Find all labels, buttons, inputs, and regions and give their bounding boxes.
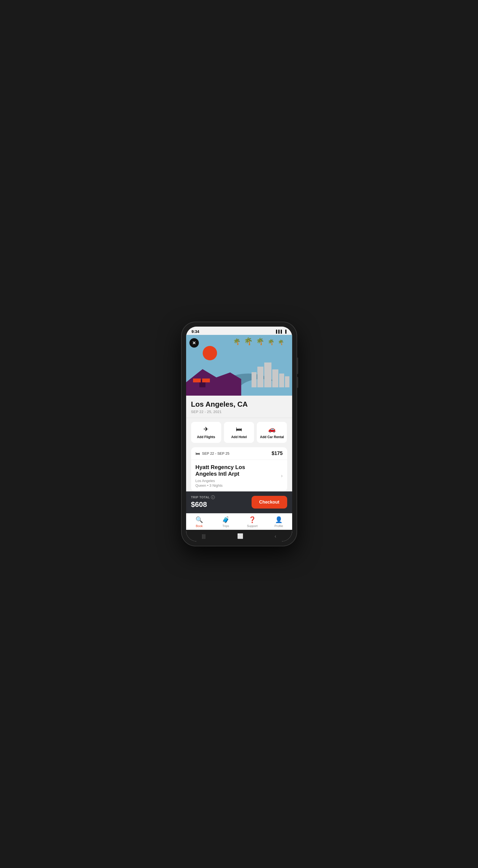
phone-device: 9:34 ▌▌▌ ▐: [181, 322, 297, 546]
nav-home-icon[interactable]: ⬜: [237, 533, 243, 539]
checkout-button[interactable]: Checkout: [251, 496, 287, 508]
close-button[interactable]: ✕: [189, 338, 199, 348]
add-car-label: Add Car Rental: [260, 435, 284, 439]
house-window-right: [202, 378, 210, 382]
tab-book-label: Book: [196, 524, 203, 528]
hotel-details: Hyatt Regency Los Angeles Intl Arpt Los …: [196, 464, 267, 488]
palm-top-4: 🌴: [268, 339, 274, 345]
chevron-right-icon: ›: [281, 473, 283, 479]
hotel-room-type: Queen • 3 Nights: [196, 484, 267, 488]
palm-4: 🌴: [268, 339, 274, 345]
service-buttons: ✈ Add Flights 🛏 Add Hotel 🚗 Add Car Rent…: [191, 422, 287, 443]
close-icon: ✕: [192, 340, 196, 346]
palm-trees: 🌴 🌴 🌴 🌴 🌴: [233, 338, 284, 345]
bottom-bar: TRIP TOTAL i $608 Checkout: [186, 491, 292, 513]
trips-icon: 🧳: [222, 516, 230, 523]
hotel-card-header: 🛏 SEP 22 - SEP 25 $175: [191, 447, 287, 460]
flight-icon: ✈: [204, 426, 208, 433]
volume-button: [297, 358, 298, 374]
building-6: [285, 376, 290, 388]
profile-icon: 👤: [275, 516, 282, 523]
add-flights-button[interactable]: ✈ Add Flights: [191, 422, 221, 443]
tab-support[interactable]: ❓ Support: [239, 516, 266, 528]
status-icons: ▌▌▌ ▐: [276, 330, 286, 334]
tab-trips-label: Trips: [222, 524, 229, 528]
phone-screen: 9:34 ▌▌▌ ▐: [186, 327, 292, 541]
trip-dates: SEP 22 - 25, 2021: [191, 410, 287, 414]
navigation-bar: ||| ⬜ ‹: [186, 530, 292, 541]
main-content: Los Angeles, CA SEP 22 - 25, 2021 ✈ Add …: [186, 396, 292, 491]
tab-bar: 🔍 Book 🧳 Trips ❓ Support 👤 Profile: [186, 513, 292, 530]
hotel-stay-dates: SEP 22 - SEP 25: [202, 452, 230, 456]
building-5: [279, 374, 284, 388]
hero-image: 🌴 🌴 🌴 🌴 🌴 ✕: [186, 335, 292, 396]
hotel-price: $175: [271, 451, 282, 456]
status-bar: 9:34 ▌▌▌ ▐: [186, 327, 292, 335]
trip-total-section: TRIP TOTAL i $608: [191, 495, 215, 509]
tab-book[interactable]: 🔍 Book: [186, 516, 213, 528]
hotel-card[interactable]: 🛏 SEP 22 - SEP 25 $175 Hyatt Regency Los…: [191, 447, 287, 491]
add-hotel-button[interactable]: 🛏 Add Hotel: [224, 422, 254, 443]
signal-icon: ▌▌▌: [276, 330, 283, 334]
hotel-location: Los Angeles: [196, 479, 267, 483]
power-button: [297, 377, 298, 388]
status-time: 9:34: [192, 329, 199, 334]
car-icon: 🚗: [268, 426, 276, 433]
palm-top-5: 🌴: [278, 340, 284, 345]
support-icon: ❓: [248, 516, 256, 523]
trip-total-text: TRIP TOTAL: [191, 496, 210, 499]
add-car-button[interactable]: 🚗 Add Car Rental: [257, 422, 287, 443]
add-flights-label: Add Flights: [197, 435, 215, 439]
building-2: [257, 367, 263, 388]
building-3: [264, 363, 271, 388]
city-buildings: [251, 363, 290, 388]
palm-top-3: 🌴: [256, 338, 264, 345]
palm-2: 🌴: [244, 338, 253, 345]
palm-top-1: 🌴: [233, 339, 241, 345]
house-window-left: [193, 378, 201, 382]
city-title: Los Angeles, CA: [191, 400, 287, 409]
add-hotel-label: Add Hotel: [231, 435, 247, 439]
battery-icon: ▐: [284, 330, 287, 334]
hotel-icon: 🛏: [236, 426, 242, 433]
palm-3: 🌴: [256, 338, 264, 345]
hotel-info[interactable]: Hyatt Regency Los Angeles Intl Arpt Los …: [191, 460, 287, 491]
nav-recents-icon[interactable]: ‹: [274, 533, 276, 539]
bed-icon: 🛏: [196, 451, 200, 456]
book-icon: 🔍: [196, 516, 203, 523]
nav-back-icon[interactable]: |||: [202, 533, 205, 539]
trip-total-label: TRIP TOTAL i: [191, 495, 215, 499]
tab-profile-label: Profile: [274, 524, 283, 528]
tab-trips[interactable]: 🧳 Trips: [213, 516, 239, 528]
tab-profile[interactable]: 👤 Profile: [266, 516, 292, 528]
palm-1: 🌴: [233, 339, 241, 345]
palm-top-2: 🌴: [244, 338, 253, 345]
info-icon[interactable]: i: [211, 495, 215, 499]
building-4: [272, 369, 278, 388]
building-1: [251, 372, 257, 388]
sun-decoration: [203, 346, 217, 360]
palm-5: 🌴: [278, 340, 284, 345]
hotel-name: Hyatt Regency Los Angeles Intl Arpt: [196, 464, 267, 477]
tab-support-label: Support: [247, 524, 258, 528]
hotel-dates-row: 🛏 SEP 22 - SEP 25: [196, 451, 230, 456]
trip-total-amount: $608: [191, 500, 215, 509]
